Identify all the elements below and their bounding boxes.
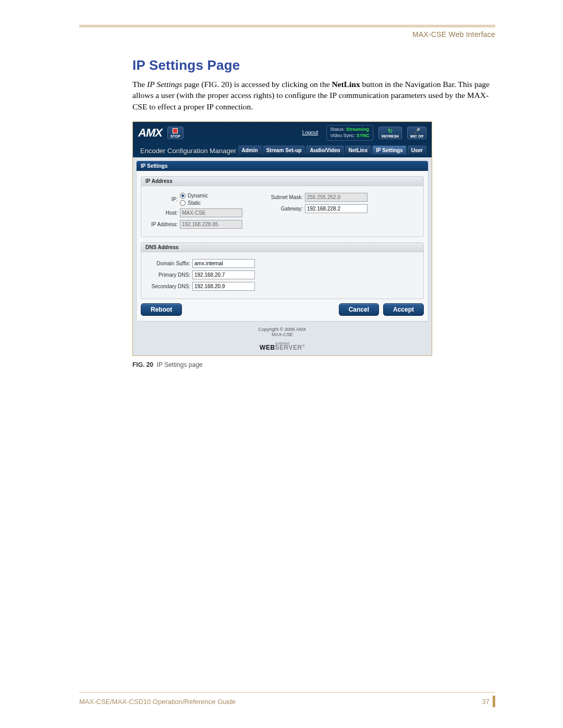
page-accent-bar bbox=[493, 696, 495, 707]
stop-button[interactable]: STOP bbox=[167, 127, 183, 139]
status-value: Streaming bbox=[346, 127, 369, 132]
app-footer: Copyright © 2006 AMX MAX-CSE goahead WEB… bbox=[133, 325, 432, 356]
vsync-value: SYNC bbox=[357, 133, 370, 138]
header-section-label: MAX-CSE Web Interface bbox=[79, 30, 495, 39]
radio-label: Static bbox=[188, 200, 201, 206]
ip-settings-panel: IP Settings IP Address IP: Dyna bbox=[136, 161, 429, 322]
cancel-button[interactable]: Cancel bbox=[339, 303, 379, 316]
tab-netlinx[interactable]: NetLinx bbox=[345, 145, 372, 155]
text-italic: IP Settings bbox=[147, 80, 182, 89]
header-rule bbox=[79, 25, 495, 26]
stop-icon bbox=[173, 128, 178, 133]
amx-logo: AMX bbox=[138, 126, 162, 140]
copyright-text: Copyright © 2006 AMX bbox=[133, 327, 432, 332]
radio-icon bbox=[180, 193, 186, 199]
radio-dynamic[interactable]: Dynamic bbox=[180, 193, 208, 199]
page-number: 37 bbox=[482, 698, 489, 706]
tab-stream-setup[interactable]: Stream Set-up bbox=[263, 145, 305, 155]
refresh-icon: ↻ bbox=[388, 128, 393, 134]
ipaddr-label: IP Address: bbox=[146, 221, 178, 227]
app-title: Encoder Configuration Manager bbox=[140, 147, 236, 155]
status-box: Status: Streaming Video Sync: SYNC bbox=[326, 125, 373, 140]
primary-dns-label: Primary DNS: bbox=[146, 272, 190, 278]
stop-label: STOP bbox=[170, 134, 180, 138]
ipaddr-input bbox=[180, 220, 242, 229]
accept-button[interactable]: Accept bbox=[383, 303, 424, 316]
status-label: Status: bbox=[330, 127, 345, 132]
gateway-input[interactable] bbox=[305, 204, 368, 213]
tab-user[interactable]: User bbox=[408, 145, 426, 155]
nav-tabs: Admin Stream Set-up Audio/Video NetLinx … bbox=[238, 145, 426, 155]
figure-caption: FIG. 20 IP Settings page bbox=[132, 361, 495, 368]
suffix-label: Domain Suffix: bbox=[146, 261, 190, 266]
primary-dns-input[interactable] bbox=[192, 270, 255, 279]
text: The bbox=[132, 80, 147, 89]
ip-mode-label: IP: bbox=[146, 196, 178, 202]
figure-screenshot: AMX STOP Logout Status: Streaming Video … bbox=[132, 121, 432, 356]
host-input bbox=[180, 208, 242, 217]
figure-number: FIG. 20 bbox=[132, 361, 153, 368]
server-text: SERVER bbox=[275, 344, 302, 351]
radio-label: Dynamic bbox=[188, 193, 208, 199]
radio-static[interactable]: Static bbox=[180, 200, 208, 206]
refresh-button[interactable]: ↻ REFRESH bbox=[378, 127, 402, 139]
dns-address-group: DNS Address Domain Suffix: Primary DNS: bbox=[141, 242, 424, 299]
vsync-label: Video Sync: bbox=[330, 133, 355, 138]
section-title: IP Settings Page bbox=[132, 57, 495, 73]
gateway-label: Gateway: bbox=[263, 206, 303, 212]
suffix-input[interactable] bbox=[192, 259, 255, 268]
footer-guide-title: MAX-CSE/MAX-CSD10 Operation/Reference Gu… bbox=[79, 698, 236, 706]
ip-address-group: IP Address IP: Dynamic Static bbox=[141, 176, 424, 237]
secondary-dns-label: Secondary DNS: bbox=[146, 283, 190, 289]
radio-icon bbox=[180, 200, 186, 206]
subnet-label: Subnet Mask: bbox=[263, 194, 303, 200]
group-header: IP Address bbox=[141, 177, 423, 186]
mic-label: MIC Off bbox=[410, 134, 423, 138]
figure-caption-text: IP Settings page bbox=[157, 361, 203, 368]
tab-audio-video[interactable]: Audio/Video bbox=[306, 145, 344, 155]
group-header: DNS Address bbox=[141, 243, 423, 252]
registered-icon: ® bbox=[302, 344, 305, 348]
logout-link[interactable]: Logout bbox=[302, 130, 319, 135]
panel-header: IP Settings bbox=[137, 161, 428, 171]
reboot-button[interactable]: Reboot bbox=[141, 303, 182, 316]
body-paragraph: The IP Settings page (FIG. 20) is access… bbox=[132, 79, 495, 112]
tab-admin[interactable]: Admin bbox=[238, 145, 262, 155]
tab-ip-settings[interactable]: IP Settings bbox=[372, 145, 407, 155]
mic-icon: 🎤 bbox=[413, 128, 421, 134]
page-footer: MAX-CSE/MAX-CSD10 Operation/Reference Gu… bbox=[79, 692, 495, 707]
text: page (FIG. 20) is accessed by clicking o… bbox=[182, 80, 332, 89]
header-rule bbox=[79, 27, 495, 27]
host-label: Host: bbox=[146, 210, 178, 216]
mic-off-button[interactable]: 🎤 MIC Off bbox=[407, 127, 426, 139]
web-text: WEB bbox=[260, 344, 275, 351]
secondary-dns-input[interactable] bbox=[192, 282, 255, 291]
subnet-input bbox=[305, 193, 368, 202]
webserver-logo: goahead WEBSERVER® bbox=[133, 342, 432, 352]
refresh-label: REFRESH bbox=[382, 134, 399, 138]
product-name: MAX-CSE bbox=[133, 332, 432, 337]
text-bold: NetLinx bbox=[332, 80, 360, 89]
